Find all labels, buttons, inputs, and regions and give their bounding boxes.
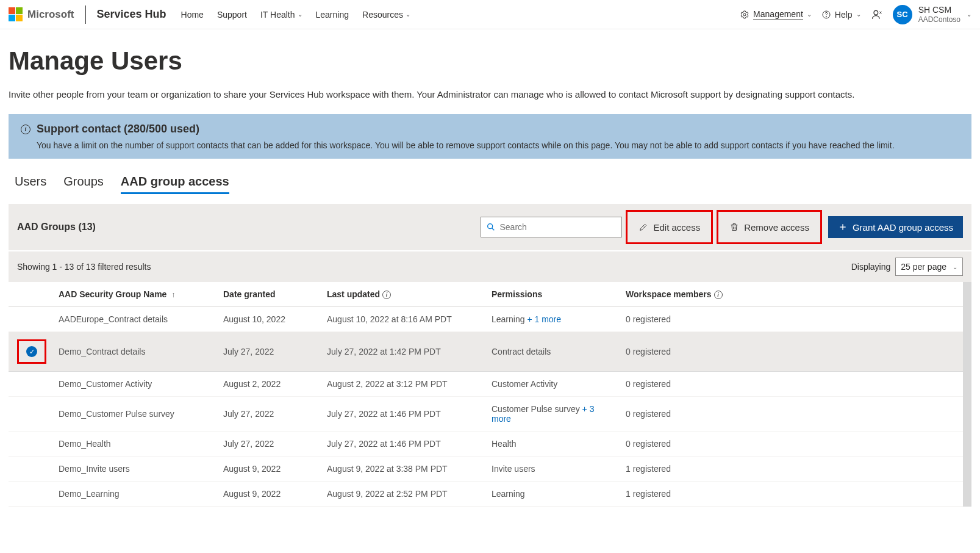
col-last-updated[interactable]: Last updatedi bbox=[321, 282, 485, 307]
cell-group-name[interactable]: Demo_Customer Pulse survey bbox=[52, 397, 217, 432]
cell-group-name[interactable]: Demo_Contract details bbox=[52, 332, 217, 372]
displaying-label: Displaying bbox=[851, 262, 891, 272]
page-title: Manage Users bbox=[9, 46, 971, 76]
col-name[interactable]: AAD Security Group Name ↑ bbox=[52, 282, 217, 307]
info-icon: i bbox=[21, 125, 30, 134]
cell-date-granted: July 27, 2022 bbox=[217, 397, 321, 432]
tab-aad-group-access[interactable]: AAD group access bbox=[121, 175, 229, 194]
table-row[interactable]: Demo_LearningAugust 9, 2022August 9, 202… bbox=[9, 482, 963, 507]
pencil-icon bbox=[638, 222, 648, 232]
cell-group-name[interactable]: Demo_Learning bbox=[52, 482, 217, 507]
table-row[interactable]: AADEurope_Contract detailsAugust 10, 202… bbox=[9, 307, 963, 332]
svg-point-2 bbox=[826, 16, 826, 16]
cell-permissions: Customer Activity bbox=[485, 372, 620, 397]
highlight-remove-access: Remove access bbox=[717, 210, 822, 244]
highlight-edit-access: Edit access bbox=[626, 210, 713, 244]
cell-group-name[interactable]: AADEurope_Contract details bbox=[52, 307, 217, 332]
search-box[interactable] bbox=[481, 217, 622, 237]
row-select-cell[interactable] bbox=[9, 397, 52, 432]
cell-last-updated: August 9, 2022 at 2:52 PM PDT bbox=[321, 482, 485, 507]
row-select-cell[interactable] bbox=[9, 457, 52, 482]
results-bar: Showing 1 - 13 of 13 filtered results Di… bbox=[9, 251, 971, 282]
cell-permissions: Contract details bbox=[485, 332, 620, 372]
cell-last-updated: July 27, 2022 at 1:46 PM PDT bbox=[321, 432, 485, 457]
cell-last-updated: August 2, 2022 at 3:12 PM PDT bbox=[321, 372, 485, 397]
cell-group-name[interactable]: Demo_Customer Activity bbox=[52, 372, 217, 397]
nav-management[interactable]: Management ⌄ bbox=[740, 9, 812, 20]
help-icon bbox=[821, 10, 831, 20]
person-icon bbox=[871, 9, 883, 21]
results-count: Showing 1 - 13 of 13 filtered results bbox=[17, 262, 151, 272]
cell-group-name[interactable]: Demo_Health bbox=[52, 432, 217, 457]
table-row[interactable]: Demo_Invite usersAugust 9, 2022August 9,… bbox=[9, 457, 963, 482]
table-row[interactable]: Demo_Customer ActivityAugust 2, 2022Augu… bbox=[9, 372, 963, 397]
nav-home[interactable]: Home bbox=[181, 10, 204, 20]
svg-point-0 bbox=[743, 13, 746, 16]
cell-permissions: Health bbox=[485, 432, 620, 457]
tab-users[interactable]: Users bbox=[15, 175, 46, 194]
avatar: SC bbox=[893, 5, 912, 24]
cell-group-name[interactable]: Demo_Invite users bbox=[52, 457, 217, 482]
groups-toolbar: AAD Groups (13) Edit access Remove acces… bbox=[9, 204, 971, 250]
page-size-select[interactable]: 25 per page ⌄ bbox=[895, 258, 963, 276]
cell-last-updated: August 10, 2022 at 8:16 AM PDT bbox=[321, 307, 485, 332]
header-divider bbox=[85, 5, 86, 24]
tab-groups[interactable]: Groups bbox=[63, 175, 104, 194]
remove-access-button[interactable]: Remove access bbox=[722, 219, 817, 236]
aad-groups-table: AAD Security Group Name ↑ Date granted L… bbox=[9, 282, 963, 507]
chevron-down-icon: ⌄ bbox=[298, 11, 302, 18]
nav-notifications[interactable] bbox=[871, 9, 883, 21]
table-row[interactable]: Demo_HealthJuly 27, 2022July 27, 2022 at… bbox=[9, 432, 963, 457]
primary-nav: Home Support IT Health ⌄ Learning Resour… bbox=[181, 10, 410, 20]
search-icon bbox=[486, 222, 496, 232]
svg-point-4 bbox=[488, 224, 493, 229]
tab-bar: Users Groups AAD group access bbox=[9, 175, 971, 194]
cell-members: 0 registered bbox=[620, 372, 963, 397]
profile-menu[interactable]: SC SH CSM AADContoso ⌄ bbox=[893, 5, 971, 24]
cell-date-granted: August 2, 2022 bbox=[217, 372, 321, 397]
edit-access-button[interactable]: Edit access bbox=[631, 219, 707, 236]
row-select-cell[interactable] bbox=[9, 307, 52, 332]
cell-members: 0 registered bbox=[620, 432, 963, 457]
col-date-granted[interactable]: Date granted bbox=[217, 282, 321, 307]
table-row[interactable]: Demo_Customer Pulse surveyJuly 27, 2022J… bbox=[9, 397, 963, 432]
chevron-down-icon: ⌄ bbox=[807, 11, 812, 18]
microsoft-logo[interactable]: Microsoft bbox=[9, 7, 74, 21]
nav-support[interactable]: Support bbox=[217, 10, 247, 20]
nav-resources[interactable]: Resources ⌄ bbox=[362, 10, 410, 20]
cell-permissions: Learning + 1 more bbox=[485, 307, 620, 332]
cell-members: 0 registered bbox=[620, 332, 963, 372]
toolbar-title: AAD Groups (13) bbox=[17, 222, 96, 233]
product-brand[interactable]: Services Hub bbox=[97, 8, 166, 21]
row-select-cell[interactable] bbox=[9, 372, 52, 397]
cell-permissions: Learning bbox=[485, 482, 620, 507]
support-contact-banner: i Support contact (280/500 used) You hav… bbox=[9, 114, 971, 159]
row-select-cell[interactable] bbox=[9, 432, 52, 457]
cell-members: 0 registered bbox=[620, 397, 963, 432]
cell-date-granted: July 27, 2022 bbox=[217, 432, 321, 457]
nav-it-health[interactable]: IT Health ⌄ bbox=[260, 10, 302, 20]
cell-permissions: Invite users bbox=[485, 457, 620, 482]
svg-line-5 bbox=[492, 228, 495, 231]
col-members[interactable]: Workspace membersi bbox=[620, 282, 963, 307]
info-icon: i bbox=[714, 291, 723, 299]
search-input[interactable] bbox=[499, 222, 617, 232]
profile-name: SH CSM bbox=[918, 5, 960, 15]
row-select-cell[interactable]: ✓ bbox=[9, 332, 52, 372]
table-row[interactable]: ✓Demo_Contract detailsJuly 27, 2022July … bbox=[9, 332, 963, 372]
sort-asc-icon: ↑ bbox=[171, 291, 175, 299]
header-right: Management ⌄ Help ⌄ SC SH CSM AADContoso… bbox=[740, 5, 971, 24]
more-permissions-link[interactable]: + 1 more bbox=[525, 314, 562, 324]
grant-access-button[interactable]: Grant AAD group access bbox=[828, 216, 963, 238]
nav-help[interactable]: Help ⌄ bbox=[821, 10, 861, 20]
nav-learning[interactable]: Learning bbox=[316, 10, 349, 20]
row-select-cell[interactable] bbox=[9, 482, 52, 507]
chevron-down-icon: ⌄ bbox=[953, 264, 957, 270]
chevron-down-icon: ⌄ bbox=[856, 11, 861, 18]
global-header: Microsoft Services Hub Home Support IT H… bbox=[0, 0, 980, 29]
cell-date-granted: August 10, 2022 bbox=[217, 307, 321, 332]
col-permissions[interactable]: Permissions bbox=[485, 282, 620, 307]
cell-permissions: Customer Pulse survey + 3 more bbox=[485, 397, 620, 432]
checkmark-icon: ✓ bbox=[26, 346, 37, 357]
banner-title: Support contact (280/500 used) bbox=[37, 123, 199, 136]
